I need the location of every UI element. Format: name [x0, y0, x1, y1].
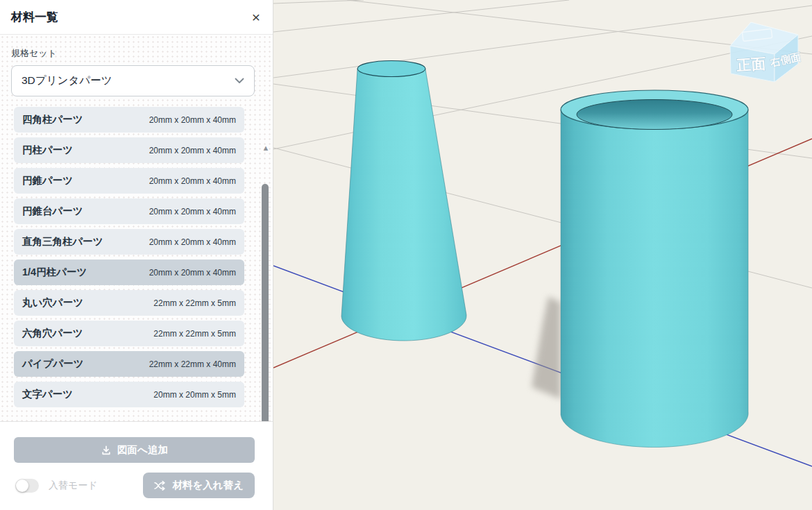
- material-name: 六角穴パーツ: [22, 327, 83, 340]
- material-dims: 20mm x 20mm x 40mm: [149, 207, 236, 216]
- standard-set-label: 規格セット: [11, 47, 273, 60]
- material-name: パイプパーツ: [22, 357, 84, 371]
- materials-panel: 材料一覧 × 規格セット 3Dプリンタパーツ 四角柱パーツ20mm x 20mm…: [0, 0, 273, 510]
- shuffle-icon: [154, 481, 167, 491]
- material-item[interactable]: 六角穴パーツ22mm x 22mm x 5mm: [14, 321, 244, 346]
- add-to-drawing-button[interactable]: 図面へ追加: [14, 437, 255, 463]
- standard-set-select[interactable]: 3Dプリンタパーツ: [11, 65, 255, 96]
- scrollbar-thumb[interactable]: [262, 184, 269, 421]
- material-item[interactable]: 1/4円柱パーツ20mm x 20mm x 40mm: [14, 260, 244, 285]
- material-dims: 20mm x 20mm x 40mm: [149, 176, 236, 186]
- add-to-drawing-label: 図面へ追加: [117, 443, 168, 457]
- panel-body: 規格セット 3Dプリンタパーツ 四角柱パーツ20mm x 20mm x 40mm…: [0, 35, 273, 421]
- material-dims: 20mm x 20mm x 40mm: [149, 146, 236, 155]
- materials-list: 四角柱パーツ20mm x 20mm x 40mm円柱パーツ20mm x 20mm…: [14, 107, 244, 407]
- download-icon: [101, 445, 112, 456]
- panel-title: 材料一覧: [11, 9, 58, 25]
- view-cube-front-label: 正面: [736, 56, 766, 74]
- material-name: 文字パーツ: [22, 388, 73, 401]
- panel-header: 材料一覧 ×: [0, 0, 273, 35]
- swap-mode-label: 入替モード: [49, 479, 98, 492]
- material-name: 円錐台パーツ: [22, 205, 83, 218]
- scene-canvas: 正面 右側面: [273, 0, 812, 510]
- material-item[interactable]: 丸い穴パーツ22mm x 22mm x 5mm: [14, 290, 244, 316]
- material-item[interactable]: 文字パーツ20mm x 20mm x 5mm: [14, 382, 244, 407]
- viewport-3d[interactable]: 正面 右側面: [273, 0, 812, 510]
- material-item[interactable]: 四角柱パーツ20mm x 20mm x 40mm: [14, 107, 244, 133]
- standard-set-value: 3Dプリンタパーツ: [22, 74, 112, 88]
- pipe-shape[interactable]: [561, 90, 748, 448]
- material-dims: 22mm x 22mm x 5mm: [153, 298, 236, 308]
- chevron-down-icon: [235, 78, 244, 84]
- material-dims: 20mm x 20mm x 40mm: [149, 237, 236, 247]
- material-item[interactable]: 円柱パーツ20mm x 20mm x 40mm: [14, 137, 244, 163]
- material-dims: 20mm x 20mm x 5mm: [153, 390, 236, 400]
- material-item[interactable]: 直角三角柱パーツ20mm x 20mm x 40mm: [14, 229, 244, 255]
- material-dims: 22mm x 22mm x 40mm: [149, 359, 236, 369]
- swap-row: 入替モード 材料を入れ替え: [14, 473, 255, 498]
- swap-materials-label: 材料を入れ替え: [172, 479, 244, 492]
- material-name: 1/4円柱パーツ: [22, 266, 87, 279]
- scroll-up-icon[interactable]: ▲: [260, 143, 272, 153]
- panel-actions: 図面へ追加 入替モード 材料を入れ替え: [0, 421, 273, 510]
- material-dims: 20mm x 20mm x 40mm: [149, 115, 236, 125]
- material-name: 丸い穴パーツ: [22, 296, 83, 309]
- app-window: 材料一覧 × 規格セット 3Dプリンタパーツ 四角柱パーツ20mm x 20mm…: [0, 0, 812, 510]
- material-item[interactable]: 円錐台パーツ20mm x 20mm x 40mm: [14, 198, 244, 224]
- swap-materials-button[interactable]: 材料を入れ替え: [143, 473, 255, 498]
- material-item[interactable]: 円錐パーツ20mm x 20mm x 40mm: [14, 168, 244, 194]
- material-dims: 22mm x 22mm x 5mm: [153, 329, 236, 339]
- material-name: 直角三角柱パーツ: [22, 235, 103, 248]
- material-name: 四角柱パーツ: [22, 113, 83, 126]
- toggle-knob: [16, 479, 28, 492]
- close-icon[interactable]: ×: [249, 8, 263, 26]
- material-name: 円柱パーツ: [22, 144, 73, 157]
- material-name: 円錐パーツ: [22, 174, 73, 187]
- swap-mode-toggle[interactable]: [15, 479, 39, 493]
- material-dims: 20mm x 20mm x 40mm: [149, 268, 236, 278]
- material-item[interactable]: パイプパーツ22mm x 22mm x 40mm: [14, 351, 244, 377]
